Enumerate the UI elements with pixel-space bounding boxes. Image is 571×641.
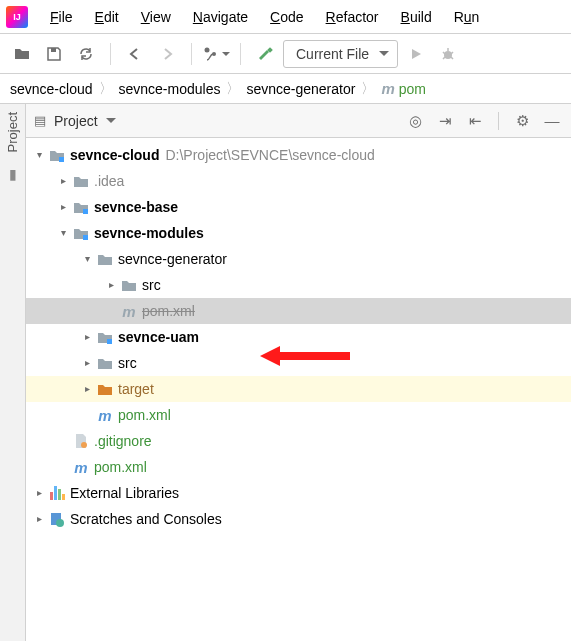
menu-build[interactable]: Build [391, 5, 442, 29]
chevron-right-icon[interactable]: ▸ [32, 488, 46, 498]
svg-point-2 [212, 52, 216, 56]
app-icon: IJ [6, 6, 28, 28]
chevron-right-icon[interactable]: ▸ [56, 202, 70, 212]
chevron-right-icon[interactable]: ▸ [80, 332, 94, 342]
svg-rect-5 [59, 157, 64, 162]
left-gutter: Project ▮ [0, 104, 26, 641]
hide-button[interactable]: — [541, 112, 563, 129]
svg-rect-6 [83, 209, 88, 214]
menu-run[interactable]: Run [444, 5, 490, 29]
tree-node-src2[interactable]: ▸ src [26, 350, 571, 376]
vcs-button[interactable] [202, 40, 230, 68]
tree-node-idea[interactable]: ▸ .idea [26, 168, 571, 194]
project-tool-tab[interactable]: Project [5, 112, 20, 152]
module-icon [96, 330, 114, 344]
chevron-right-icon[interactable]: ▸ [80, 384, 94, 394]
tree-node-pom3[interactable]: ▸ m pom.xml [26, 454, 571, 480]
tree-node-target[interactable]: ▸ target [26, 376, 571, 402]
module-icon [72, 226, 90, 240]
chevron-right-icon: 〉 [226, 80, 240, 98]
chevron-down-icon[interactable] [106, 118, 116, 123]
tree-node-generator[interactable]: ▾ sevnce-generator [26, 246, 571, 272]
menu-file[interactable]: File [40, 5, 83, 29]
project-panel: ▤ Project ◎ ⇥ ⇤ ⚙ — ▾ sevnce-cloud D:\Pr… [26, 104, 571, 641]
file-icon [72, 433, 90, 449]
chevron-right-icon[interactable]: ▸ [104, 280, 118, 290]
menu-navigate[interactable]: Navigate [183, 5, 258, 29]
run-config-label: Current File [296, 46, 369, 62]
chevron-right-icon[interactable]: ▸ [56, 176, 70, 186]
main-toolbar: Current File [0, 34, 571, 74]
chevron-right-icon: 〉 [99, 80, 113, 98]
folder-icon [96, 382, 114, 396]
run-button[interactable] [402, 40, 430, 68]
maven-icon: m [96, 408, 114, 423]
chevron-down-icon[interactable]: ▾ [32, 150, 46, 160]
gear-icon[interactable]: ⚙ [511, 112, 533, 130]
folder-icon [96, 252, 114, 266]
chevron-down-icon[interactable]: ▾ [56, 228, 70, 238]
menu-edit[interactable]: Edit [85, 5, 129, 29]
open-button[interactable] [8, 40, 36, 68]
folder-icon [120, 278, 138, 292]
breadcrumb-file[interactable]: m pom [381, 80, 426, 97]
maven-icon: m [120, 304, 138, 319]
build-button[interactable] [251, 40, 279, 68]
tree-node-base[interactable]: ▸ sevnce-base [26, 194, 571, 220]
back-button[interactable] [121, 40, 149, 68]
module-icon [72, 200, 90, 214]
svg-rect-8 [107, 339, 112, 344]
bookmarks-tool-tab[interactable]: ▮ [9, 166, 17, 182]
run-config-combo[interactable]: Current File [283, 40, 398, 68]
menu-view[interactable]: View [131, 5, 181, 29]
breadcrumb-item[interactable]: sevnce-cloud [10, 81, 93, 97]
libraries-icon [48, 486, 66, 500]
tree-node-external-libraries[interactable]: ▸ External Libraries [26, 480, 571, 506]
sync-button[interactable] [72, 40, 100, 68]
tree-node-scratches[interactable]: ▸ Scratches and Consoles [26, 506, 571, 532]
tree-node-pom2[interactable]: ▸ m pom.xml [26, 402, 571, 428]
debug-button[interactable] [434, 40, 462, 68]
menu-bar: IJ File Edit View Navigate Code Refactor… [0, 0, 571, 34]
chevron-right-icon[interactable]: ▸ [32, 514, 46, 524]
tree-node-src[interactable]: ▸ src [26, 272, 571, 298]
svg-point-9 [81, 442, 87, 448]
folder-icon [96, 356, 114, 370]
tree-node-modules[interactable]: ▾ sevnce-modules [26, 220, 571, 246]
chevron-right-icon: 〉 [361, 80, 375, 98]
chevron-down-icon [379, 51, 389, 56]
module-icon [48, 148, 66, 162]
breadcrumb-item[interactable]: sevnce-generator [246, 81, 355, 97]
chevron-right-icon[interactable]: ▸ [80, 358, 94, 368]
save-all-button[interactable] [40, 40, 68, 68]
menu-refactor[interactable]: Refactor [316, 5, 389, 29]
project-panel-title: Project [54, 113, 98, 129]
tree-root[interactable]: ▾ sevnce-cloud D:\Project\SEVNCE\sevnce-… [26, 142, 571, 168]
project-panel-header: ▤ Project ◎ ⇥ ⇤ ⚙ — [26, 104, 571, 138]
select-opened-file-button[interactable]: ◎ [404, 112, 426, 130]
scratches-icon [48, 511, 66, 527]
breadcrumb: sevnce-cloud 〉 sevnce-modules 〉 sevnce-g… [0, 74, 571, 104]
svg-point-11 [56, 519, 64, 527]
expand-all-button[interactable]: ⇥ [434, 112, 456, 130]
svg-rect-0 [51, 48, 56, 52]
breadcrumb-item[interactable]: sevnce-modules [119, 81, 221, 97]
svg-point-1 [205, 47, 210, 52]
maven-icon: m [72, 460, 90, 475]
svg-rect-7 [83, 235, 88, 240]
menu-code[interactable]: Code [260, 5, 313, 29]
folder-icon [72, 174, 90, 188]
collapse-all-button[interactable]: ⇤ [464, 112, 486, 130]
project-view-icon: ▤ [34, 113, 46, 128]
forward-button[interactable] [153, 40, 181, 68]
maven-icon: m [381, 80, 394, 97]
tree-node-pom-ignored[interactable]: ▸ m pom.xml [26, 298, 571, 324]
tree-node-gitignore[interactable]: ▸ .gitignore [26, 428, 571, 454]
tree-node-uam[interactable]: ▸ sevnce-uam [26, 324, 571, 350]
project-tree[interactable]: ▾ sevnce-cloud D:\Project\SEVNCE\sevnce-… [26, 138, 571, 536]
chevron-down-icon[interactable]: ▾ [80, 254, 94, 264]
